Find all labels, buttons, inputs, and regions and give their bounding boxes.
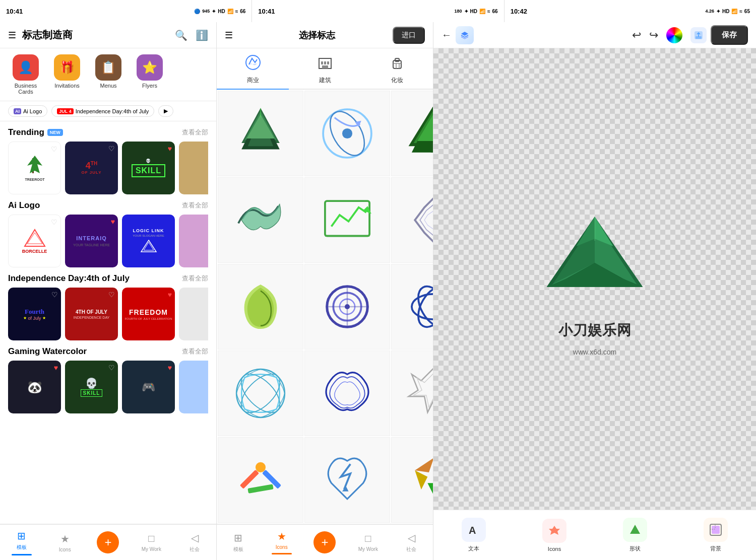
trending-card-skill[interactable]: ♥ 💀 SKILL	[122, 142, 175, 194]
ailogo-card-logiclink[interactable]: LOGIC LINK YOUR SLOGAN HERE	[122, 215, 175, 267]
category-business-cards[interactable]: 👤 BusinessCards	[8, 54, 43, 95]
p2-nav-fab[interactable]: +	[303, 525, 347, 560]
tag-ai-logo[interactable]: AI Ai Logo	[8, 105, 47, 117]
gaming-card-1[interactable]: ♥ 🐼	[8, 361, 61, 413]
trending-new-badge: NEW	[47, 129, 63, 136]
category-tab-cosmetics[interactable]: 化妆	[361, 48, 433, 90]
redo-button[interactable]: ↪	[649, 29, 658, 42]
independence-card-4[interactable]	[179, 288, 208, 340]
logo-item-14[interactable]	[304, 437, 390, 523]
category-tab-business[interactable]: 商业	[217, 48, 289, 90]
p2-fab-button[interactable]: +	[313, 531, 336, 553]
share-button[interactable]	[690, 27, 707, 43]
icons-icon-svg	[547, 524, 561, 538]
trending-card-treeroot[interactable]: ♡ TREEROOT	[8, 142, 61, 194]
logo-item-2[interactable]	[304, 91, 390, 176]
tool-text-label: 文本	[468, 545, 479, 552]
category-tab-architecture[interactable]: 建筑	[289, 48, 361, 90]
trending-card-sh[interactable]	[179, 142, 208, 194]
panel2-menu-icon[interactable]: ☰	[225, 30, 233, 41]
ailogo-card-4[interactable]	[179, 215, 208, 267]
logo-item-13[interactable]	[218, 437, 303, 523]
logo-item-5[interactable]	[304, 177, 390, 263]
logo-item-3[interactable]	[391, 91, 433, 176]
logo-svg-5	[316, 188, 379, 252]
heart-icon-7[interactable]: ♡	[108, 291, 115, 299]
heart-icon-1[interactable]: ♡	[51, 145, 57, 153]
category-invitations[interactable]: 🎁 Invitations	[49, 54, 85, 95]
heart-icon-5[interactable]: ♥	[111, 218, 115, 226]
tool-background[interactable]: 背景	[675, 514, 756, 556]
search-icon[interactable]: 🔍	[175, 29, 187, 41]
p2-nav-templates[interactable]: ⊞ 模板	[217, 525, 260, 560]
independence-card-freedom[interactable]: ♥ FREEDOM FOURTH OF JULY CELEBRATION	[122, 288, 175, 340]
heart-icon-9[interactable]: ♥	[54, 364, 58, 372]
back-button[interactable]: ←	[442, 29, 452, 41]
independence-card-4thofjuly[interactable]: ♡ 4TH OF JULY INDEPENDENCE DAY	[65, 288, 118, 340]
gaming-card-4[interactable]	[179, 361, 208, 413]
category-flyers[interactable]: ⭐ Flyers	[132, 54, 167, 95]
ailogo-card-interaiq[interactable]: ♥ INTERAIQ YOUR TAGLINE HERE	[65, 215, 118, 267]
tool-shapes[interactable]: 形状	[595, 514, 675, 556]
nav-fab[interactable]: +	[87, 525, 130, 560]
category-label-menus: Menus	[100, 83, 116, 89]
independence-view-all[interactable]: 查看全部	[182, 274, 208, 283]
logo-item-9[interactable]	[391, 264, 433, 349]
heart-icon-2[interactable]: ♡	[108, 145, 115, 153]
menu-icon[interactable]: ☰	[8, 30, 16, 41]
nav-active-indicator	[12, 554, 32, 555]
logo-item-10[interactable]	[218, 351, 303, 436]
nav-icons[interactable]: ★ Icons	[43, 525, 87, 560]
panel-select-logo: ☰ 选择标志 进口 商业	[217, 22, 433, 560]
tool-shapes-label: 形状	[629, 545, 641, 552]
logo-item-6[interactable]	[391, 177, 433, 263]
gaming-view-all[interactable]: 查看全部	[182, 347, 208, 356]
logo-item-7[interactable]	[218, 264, 303, 349]
trending-view-all[interactable]: 查看全部	[182, 128, 208, 137]
app-title: 标志制造商	[22, 28, 175, 42]
undo-button[interactable]: ↩	[632, 29, 641, 42]
logo-item-12[interactable]	[391, 351, 433, 436]
logo-item-8[interactable]	[304, 264, 390, 349]
heart-icon-10[interactable]: ♡	[108, 364, 115, 372]
tag-independence-day[interactable]: JUL 4 Independence Day:4th of July	[51, 105, 154, 117]
heart-icon-6[interactable]: ♡	[51, 291, 58, 299]
independence-card-fourth[interactable]: ♡ Fourth ★ of July ★	[8, 288, 61, 340]
logo-item-1[interactable]	[218, 91, 303, 176]
logo-svg-10	[229, 362, 292, 425]
nav-templates[interactable]: ⊞ 模板	[0, 525, 43, 560]
gaming-card-3[interactable]: ♥ 🎮	[122, 361, 175, 413]
svg-marker-58	[427, 483, 433, 496]
import-button[interactable]: 进口	[393, 27, 425, 44]
heart-icon-4[interactable]: ♡	[51, 218, 57, 226]
info-icon[interactable]: ℹ️	[196, 29, 208, 41]
p2-nav-icons[interactable]: ★ Icons	[260, 525, 303, 560]
trending-card-4th[interactable]: ♡ 4TH OF JULY	[65, 142, 118, 194]
p2-nav-social[interactable]: ◁ 社会	[390, 525, 433, 560]
category-menus[interactable]: 📋 Menus	[91, 54, 126, 95]
svg-rect-12	[322, 65, 328, 68]
gaming-card-2[interactable]: ♡ 💀 SKILL	[65, 361, 118, 413]
logo-item-11[interactable]	[304, 351, 390, 436]
color-picker-button[interactable]	[666, 27, 682, 43]
heart-icon-11[interactable]: ♥	[168, 364, 172, 372]
tag-more[interactable]: ▶	[158, 105, 173, 117]
save-button[interactable]: 保存	[711, 25, 748, 45]
tool-background-label: 背景	[710, 545, 721, 552]
nav-mywork[interactable]: □ My Work	[130, 525, 173, 560]
tool-text[interactable]: A 文本	[433, 514, 514, 556]
heart-icon-8[interactable]: ♥	[168, 291, 172, 299]
logo-item-4[interactable]	[218, 177, 303, 263]
tool-icons[interactable]: Icons	[514, 514, 595, 556]
heart-icon-3[interactable]: ♥	[168, 145, 172, 153]
p2-nav-mywork[interactable]: □ My Work	[346, 525, 390, 560]
ailogo-view-all[interactable]: 查看全部	[182, 201, 208, 210]
trending-cards: ♡ TREEROOT ♡ 4TH OF JULY	[8, 142, 208, 194]
nav-social[interactable]: ◁ 社会	[173, 525, 216, 560]
trending-section-header: Trending NEW 查看全部	[8, 121, 208, 142]
layers-button[interactable]	[456, 26, 474, 44]
logo-item-15[interactable]	[391, 437, 433, 523]
fab-button[interactable]: +	[97, 531, 119, 553]
editor-canvas[interactable]: 小刀娱乐网 www.x6d.com	[433, 48, 756, 510]
ailogo-card-borcelle[interactable]: ♡ BORCELLE	[8, 215, 61, 267]
